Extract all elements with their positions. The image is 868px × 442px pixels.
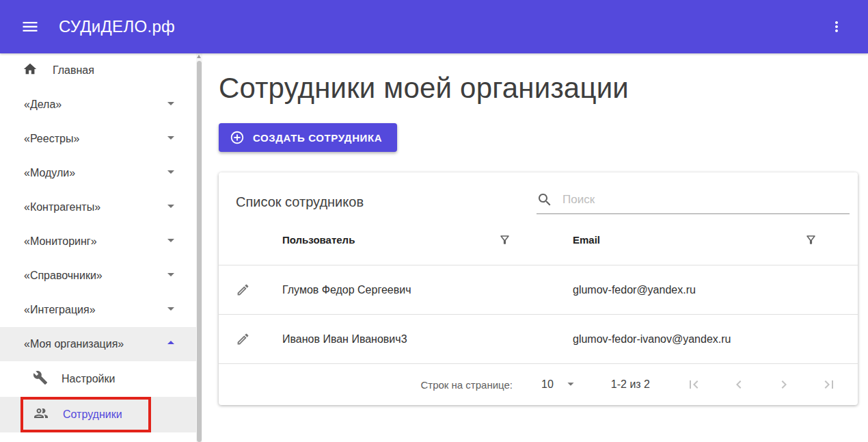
topbar: СУДиДЕЛО.рф: [0, 0, 868, 53]
search-icon: [537, 192, 553, 208]
sidebar-item-dela[interactable]: «Дела»: [0, 88, 196, 122]
table-row[interactable]: Иванов Иван Иванович3 glumov-fedor-ivano…: [219, 315, 858, 364]
sidebar-item-kontragenty[interactable]: «Контрагенты»: [0, 190, 196, 224]
rows-per-page-label: Строк на странице:: [420, 379, 513, 391]
menu-icon[interactable]: [21, 17, 40, 36]
wrench-icon: [33, 370, 48, 388]
page-title: Сотрудники моей организации: [219, 72, 858, 105]
chevron-down-icon: [163, 129, 179, 148]
create-employee-label: СОЗДАТЬ СОТРУДНИКА: [253, 132, 382, 144]
chevron-down-icon: [163, 95, 179, 114]
cell-email: glumov-fedor@yandex.ru: [573, 284, 696, 296]
edit-icon[interactable]: [236, 283, 250, 297]
rows-per-page-select[interactable]: 10: [541, 376, 578, 393]
chevron-down-icon: [163, 300, 179, 320]
sidebar-item-sotrudniki[interactable]: Сотрудники: [0, 397, 196, 432]
filter-icon[interactable]: [804, 233, 817, 246]
search-input[interactable]: [562, 193, 850, 207]
column-header-user: Пользователь: [282, 234, 355, 246]
cell-user: Глумов Федор Сергеевич: [282, 284, 411, 296]
home-icon: [23, 62, 38, 79]
cell-user: Иванов Иван Иванович3: [282, 333, 407, 346]
sidebar-item-nastroyki[interactable]: Настройки: [0, 361, 196, 397]
prev-page-icon[interactable]: [731, 376, 747, 393]
column-header-email: Email: [573, 234, 600, 246]
sidebar-item-monitoring[interactable]: «Мониторинг»: [0, 224, 196, 259]
app-title: СУДиДЕЛО.рф: [59, 17, 175, 36]
pagination: Строк на странице: 10 1-2 из 2: [219, 364, 858, 405]
employees-card: Список сотрудников Пользователь: [219, 172, 858, 405]
create-employee-button[interactable]: СОЗДАТЬ СОТРУДНИКА: [219, 123, 397, 152]
filter-icon[interactable]: [498, 233, 511, 246]
rows-per-page-value: 10: [541, 378, 554, 391]
sidebar-item-spravochniki[interactable]: «Справочники»: [0, 259, 196, 293]
scroll-up-arrow-icon[interactable]: [197, 55, 201, 58]
sidebar-item-reestry[interactable]: «Реестры»: [0, 122, 196, 156]
table-row[interactable]: Глумов Федор Сергеевич glumov-fedor@yand…: [219, 265, 858, 315]
chevron-down-icon: [163, 266, 179, 285]
cell-email: glumov-fedor-ivanov@yandex.ru: [573, 333, 731, 346]
chevron-down-icon: [563, 376, 578, 393]
chevron-down-icon: [163, 198, 179, 217]
first-page-icon[interactable]: [686, 376, 702, 393]
pagination-range: 1-2 из 2: [611, 378, 650, 391]
chevron-down-icon: [163, 164, 179, 183]
card-title: Список сотрудников: [236, 192, 364, 210]
chevron-up-icon: [163, 335, 179, 354]
sidebar-item-integraciya[interactable]: «Интеграция»: [0, 293, 196, 327]
chevron-down-icon: [163, 232, 179, 251]
more-vert-icon[interactable]: [828, 18, 845, 35]
last-page-icon[interactable]: [821, 376, 837, 393]
sidebar-item-moya-organizaciya[interactable]: «Моя организация»: [0, 327, 196, 361]
scrollbar-thumb[interactable]: [197, 61, 202, 442]
search-field[interactable]: [537, 192, 850, 214]
plus-circle-icon: [230, 130, 245, 145]
people-icon: [33, 405, 49, 424]
main-content: Сотрудники моей организации СОЗДАТЬ СОТР…: [202, 53, 868, 442]
sidebar-item-home[interactable]: Главная: [0, 53, 196, 88]
sidebar-item-moduli[interactable]: «Модули»: [0, 156, 196, 190]
sidebar: Главная «Дела» «Реестры» «Модули»: [0, 53, 202, 442]
sidebar-item-label: Главная: [53, 64, 94, 77]
table-header-row: Пользователь Email: [219, 214, 858, 265]
sidebar-scrollbar[interactable]: [196, 53, 202, 442]
edit-icon[interactable]: [236, 332, 250, 346]
next-page-icon[interactable]: [776, 376, 792, 393]
